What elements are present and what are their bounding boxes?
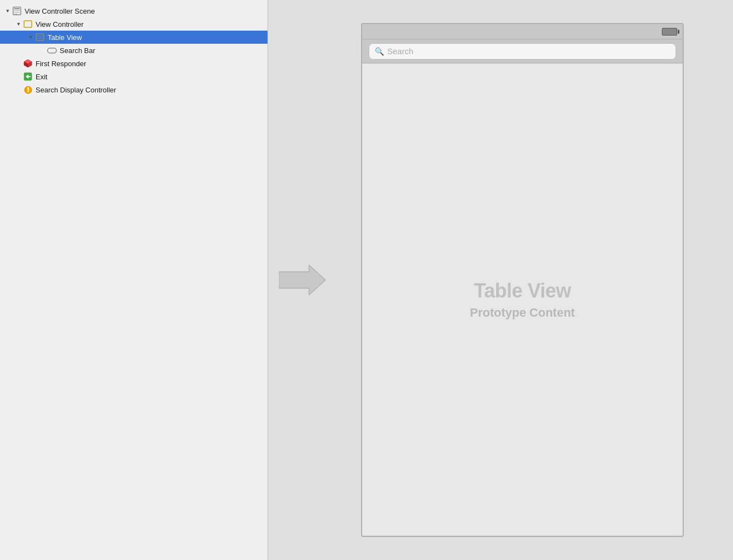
scene-panel: View Controller Scene View Controller Ta… [0, 0, 268, 560]
search-placeholder: Search [387, 46, 414, 56]
disclosure-view-controller-scene[interactable] [4, 8, 11, 14]
svg-rect-3 [14, 12, 20, 13]
tree-item-view-controller[interactable]: View Controller [0, 18, 267, 31]
icon-searchbar [47, 45, 57, 55]
segue-arrow [279, 264, 328, 296]
status-bar [362, 24, 683, 39]
table-view-label: Table View [474, 279, 571, 302]
label-exit: Exit [36, 73, 48, 81]
tree-item-view-controller-scene[interactable]: View Controller Scene [0, 4, 267, 18]
label-first-responder: First Responder [36, 60, 86, 68]
icon-exit [23, 72, 33, 81]
label-view-controller-scene: View Controller Scene [25, 7, 95, 15]
svg-rect-6 [36, 34, 44, 40]
tree-item-first-responder[interactable]: First Responder [0, 57, 267, 70]
label-table-view: Table View [48, 33, 82, 42]
battery-icon [662, 28, 677, 36]
search-input-mock[interactable]: 🔍 Search [369, 43, 676, 60]
svg-rect-1 [14, 8, 20, 9]
icon-responder [23, 59, 33, 68]
iphone-mockup: 🔍 Search Table View Prototype Content [361, 23, 684, 537]
icon-sdc [23, 85, 33, 95]
search-bar-area: 🔍 Search [362, 39, 683, 63]
svg-rect-5 [24, 21, 32, 27]
svg-rect-2 [14, 10, 20, 11]
prototype-content-label: Prototype Content [470, 306, 575, 320]
canvas-panel: 🔍 Search Table View Prototype Content [268, 0, 733, 560]
svg-marker-19 [279, 265, 325, 295]
disclosure-view-controller[interactable] [15, 21, 22, 27]
label-view-controller: View Controller [36, 20, 84, 28]
icon-table [35, 32, 45, 42]
label-search-display-controller: Search Display Controller [36, 86, 116, 94]
svg-rect-4 [14, 14, 18, 14]
tree-item-search-display-controller[interactable]: Search Display Controller [0, 83, 267, 96]
svg-rect-9 [48, 48, 56, 53]
tree-item-table-view[interactable]: Table View [0, 31, 267, 44]
icon-scene [12, 6, 22, 16]
icon-vc [23, 19, 33, 29]
svg-point-18 [27, 91, 28, 92]
tree-item-search-bar[interactable]: Search Bar [0, 44, 267, 57]
tree-item-exit[interactable]: Exit [0, 70, 267, 83]
search-icon: 🔍 [375, 47, 384, 56]
disclosure-table-view[interactable] [27, 34, 34, 40]
table-view-content: Table View Prototype Content [362, 63, 683, 535]
label-search-bar: Search Bar [60, 46, 95, 55]
